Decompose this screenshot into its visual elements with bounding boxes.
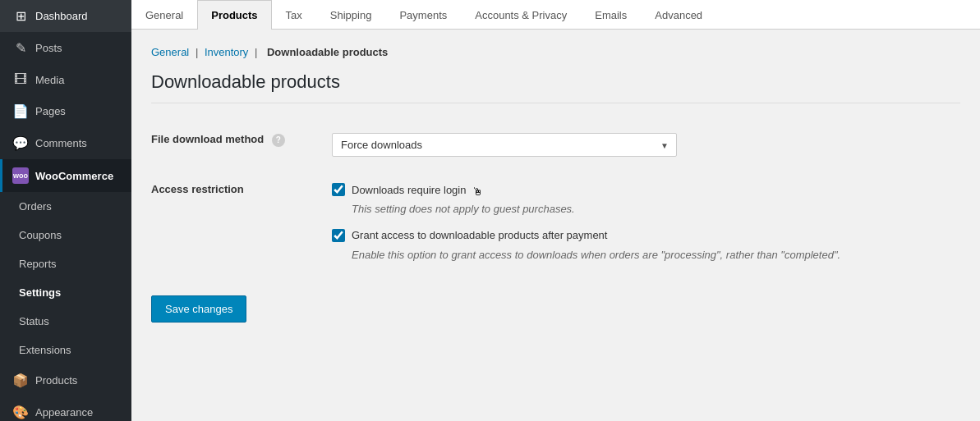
breadcrumb-current: Downloadable products	[267, 46, 388, 58]
main-content: General Products Tax Shipping Payments A…	[131, 0, 980, 421]
sidebar-item-label: Status	[19, 315, 49, 327]
sidebar-item-label: Dashboard	[35, 10, 88, 22]
checkbox1-help-text: This setting does not apply to guest pur…	[352, 201, 960, 217]
sidebar-item-label: WooCommerce	[35, 170, 113, 182]
comments-icon: 💬	[12, 135, 29, 151]
sidebar-item-label: Settings	[19, 286, 61, 299]
sidebar-item-label: Orders	[19, 200, 52, 213]
tab-advanced[interactable]: Advanced	[641, 0, 716, 30]
sidebar-item-label: Products	[35, 374, 77, 387]
sidebar-item-status[interactable]: Status	[0, 307, 131, 336]
breadcrumb: General | Inventory | Downloadable produ…	[151, 46, 960, 58]
sidebar-item-appearance[interactable]: 🎨 Appearance	[0, 396, 131, 421]
sidebar-item-label: Coupons	[19, 229, 62, 241]
content-area: General | Inventory | Downloadable produ…	[131, 30, 980, 421]
sidebar-item-settings[interactable]: Settings	[0, 278, 131, 307]
file-download-label-cell: File download method ?	[151, 120, 332, 170]
sidebar-item-label: Appearance	[35, 406, 93, 419]
file-download-select-wrapper: Force downloads X-Accel-Redirect/X-Sendf…	[332, 133, 677, 157]
breadcrumb-separator-1: |	[196, 46, 201, 58]
save-button-wrapper: Save changes	[151, 287, 960, 323]
sidebar-item-orders[interactable]: Orders	[0, 192, 131, 221]
sidebar-item-extensions[interactable]: Extensions	[0, 336, 131, 364]
sidebar-item-media[interactable]: 🎞 Media	[0, 64, 131, 95]
sidebar-item-label: Posts	[35, 42, 62, 54]
dashboard-icon: ⊞	[12, 8, 29, 24]
access-restriction-label: Access restriction	[151, 183, 244, 195]
page-title: Downloadable products	[151, 71, 960, 103]
tab-shipping[interactable]: Shipping	[316, 0, 386, 30]
sidebar-item-label: Extensions	[19, 344, 71, 356]
sidebar-item-label: Reports	[19, 258, 57, 270]
breadcrumb-inventory-link[interactable]: Inventory	[205, 46, 248, 58]
file-download-control-cell: Force downloads X-Accel-Redirect/X-Sendf…	[332, 120, 960, 170]
access-restriction-label-cell: Access restriction	[151, 170, 332, 287]
grant-access-label: Grant access to downloadable products af…	[352, 229, 607, 241]
save-changes-button[interactable]: Save changes	[151, 295, 246, 323]
posts-icon: ✎	[12, 40, 29, 56]
media-icon: 🎞	[12, 72, 29, 87]
sidebar-item-comments[interactable]: 💬 Comments	[0, 127, 131, 159]
downloads-require-login-checkbox[interactable]	[332, 183, 345, 196]
tab-products[interactable]: Products	[197, 0, 271, 30]
sidebar-item-label: Comments	[35, 137, 87, 149]
breadcrumb-general-link[interactable]: General	[151, 46, 189, 58]
sidebar-item-dashboard[interactable]: ⊞ Dashboard	[0, 0, 131, 32]
sidebar-item-label: Pages	[35, 105, 66, 117]
tab-accounts-privacy[interactable]: Accounts & Privacy	[461, 0, 581, 30]
checkbox-row-login: Downloads require login 🖱	[332, 183, 960, 196]
file-download-row: File download method ? Force downloads X…	[151, 120, 960, 170]
downloads-require-login-label: Downloads require login	[352, 184, 466, 196]
settings-form: File download method ? Force downloads X…	[151, 120, 960, 287]
file-download-label: File download method	[151, 133, 264, 145]
tab-general[interactable]: General	[131, 0, 197, 30]
sidebar: ⊞ Dashboard ✎ Posts 🎞 Media 📄 Pages 💬 Co…	[0, 0, 131, 421]
tab-tax[interactable]: Tax	[272, 0, 316, 30]
sidebar-item-coupons[interactable]: Coupons	[0, 221, 131, 249]
tab-emails[interactable]: Emails	[581, 0, 641, 30]
sidebar-item-woocommerce[interactable]: woo WooCommerce	[0, 159, 131, 192]
breadcrumb-separator-2: |	[255, 46, 260, 58]
grant-access-checkbox[interactable]	[332, 229, 345, 242]
appearance-icon: 🎨	[12, 405, 29, 420]
sidebar-item-posts[interactable]: ✎ Posts	[0, 32, 131, 64]
access-restriction-row: Access restriction Downloads require log…	[151, 170, 960, 287]
checkbox2-help-text: Enable this option to grant access to do…	[352, 247, 960, 263]
sidebar-item-reports[interactable]: Reports	[0, 249, 131, 278]
checkbox-row-payment: Grant access to downloadable products af…	[332, 229, 960, 242]
file-download-help-icon[interactable]: ?	[272, 134, 285, 147]
tab-payments[interactable]: Payments	[385, 0, 461, 30]
woo-logo-icon: woo	[12, 167, 29, 184]
pages-icon: 📄	[12, 103, 29, 119]
sidebar-item-pages[interactable]: 📄 Pages	[0, 95, 131, 127]
settings-tabs: General Products Tax Shipping Payments A…	[131, 0, 980, 30]
file-download-select[interactable]: Force downloads X-Accel-Redirect/X-Sendf…	[332, 133, 677, 157]
sidebar-item-products[interactable]: 📦 Products	[0, 364, 131, 396]
products-icon: 📦	[12, 373, 29, 388]
sidebar-item-label: Media	[35, 74, 64, 86]
access-restriction-controls: Downloads require login 🖱 This setting d…	[332, 170, 960, 287]
